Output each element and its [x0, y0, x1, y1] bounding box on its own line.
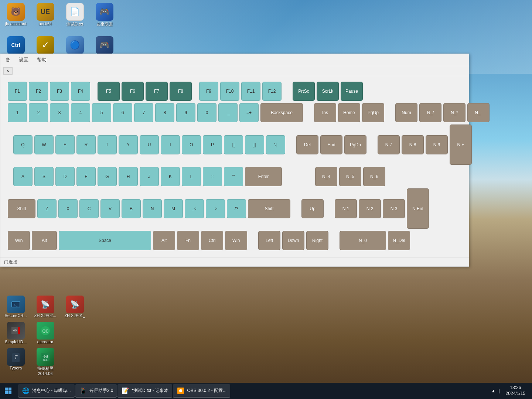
key-end[interactable]: End: [320, 135, 342, 154]
key-y[interactable]: Y: [119, 135, 138, 154]
key-f11[interactable]: F11: [241, 82, 260, 101]
key-shift-right[interactable]: Shift: [248, 199, 290, 218]
key-n7[interactable]: N 7: [378, 135, 400, 154]
desktop-icon-simple[interactable]: HD SimpleHD...: [2, 321, 30, 345]
key-6[interactable]: 6: [113, 103, 132, 122]
desktop-icon-circle[interactable]: 🔵: [61, 35, 89, 56]
key-semicolon[interactable]: ;:: [203, 167, 222, 186]
key-n1[interactable]: N 1: [335, 199, 357, 218]
key-z[interactable]: Z: [37, 199, 57, 218]
key-n-minus[interactable]: N_-: [467, 103, 490, 122]
key-n0[interactable]: N_0: [340, 231, 386, 250]
key-p[interactable]: P: [203, 135, 222, 154]
key-l[interactable]: L: [182, 167, 201, 186]
key-backspace[interactable]: Backspace: [260, 103, 303, 122]
desktop-icon-youzuo[interactable]: 🎮 友坐联盟: [91, 2, 118, 28]
key-comma[interactable]: ,<: [185, 199, 204, 218]
key-f12[interactable]: F12: [262, 82, 282, 101]
key-backslash[interactable]: \|: [266, 135, 285, 154]
key-up[interactable]: Up: [301, 199, 324, 218]
key-d[interactable]: D: [55, 167, 75, 186]
key-shift-left[interactable]: Shift: [8, 199, 35, 218]
key-n6[interactable]: N_6: [363, 167, 385, 186]
desktop-icon-jlc[interactable]: 🐻 jlc-assistant: [2, 2, 30, 28]
key-b[interactable]: B: [122, 199, 141, 218]
key-e[interactable]: E: [55, 135, 75, 154]
key-down[interactable]: Down: [282, 231, 304, 250]
desktop-icon-securecrt[interactable]: >_ SecureCR...: [2, 294, 30, 319]
key-scrlk[interactable]: ScrLk: [317, 82, 339, 101]
key-1[interactable]: 1: [8, 103, 27, 122]
key-prtsc[interactable]: PrtSc: [293, 82, 315, 101]
key-n4[interactable]: N_4: [315, 167, 337, 186]
key-f5[interactable]: F5: [98, 82, 120, 101]
key-space[interactable]: Space: [59, 231, 151, 250]
desktop-icon-testd[interactable]: 📄 测试D.txt: [61, 2, 89, 28]
key-bracket-right[interactable]: ]]: [245, 135, 264, 154]
key-left[interactable]: Left: [258, 231, 280, 250]
taskbar-item-suiping[interactable]: 📱 碎屏助手2.0: [75, 384, 117, 398]
key-f4[interactable]: F4: [71, 82, 90, 101]
key-2[interactable]: 2: [29, 103, 48, 122]
key-alt-left[interactable]: Alt: [32, 231, 57, 250]
key-c[interactable]: C: [79, 199, 99, 218]
key-f2[interactable]: F2: [29, 82, 48, 101]
key-n-star[interactable]: N_*: [443, 103, 466, 122]
menu-item-help[interactable]: 帮助: [35, 56, 48, 64]
key-n3[interactable]: N 3: [383, 199, 405, 218]
key-n[interactable]: N: [143, 199, 162, 218]
key-enter[interactable]: Enter: [245, 167, 282, 186]
menu-item-settings[interactable]: 设置: [17, 56, 30, 64]
taskbar-item-obs[interactable]: ⏺️ OBS 30.0.2 - 配置...: [173, 384, 230, 398]
key-f6[interactable]: F6: [122, 82, 144, 101]
key-s[interactable]: S: [34, 167, 54, 186]
key-w[interactable]: W: [34, 135, 54, 154]
key-i[interactable]: I: [161, 135, 180, 154]
desktop-icon-game2[interactable]: 🎮: [91, 35, 118, 56]
key-f9[interactable]: F9: [199, 82, 218, 101]
key-del[interactable]: Del: [296, 135, 318, 154]
key-r[interactable]: R: [76, 135, 96, 154]
tray-show-hidden[interactable]: ▲: [491, 388, 496, 393]
key-quote[interactable]: '": [224, 167, 243, 186]
key-fn[interactable]: Fn: [177, 231, 199, 250]
key-win-right[interactable]: Win: [225, 231, 247, 250]
desktop-icon-anjing[interactable]: 按键精灵 按键精灵2014.06: [31, 347, 59, 377]
key-n8[interactable]: N 8: [402, 135, 424, 154]
taskbar-clock[interactable]: 13:26 2024/1/15: [503, 385, 528, 396]
key-0[interactable]: 0: [197, 103, 216, 122]
taskbar-start-button[interactable]: [0, 383, 16, 399]
key-7[interactable]: 7: [134, 103, 153, 122]
key-v[interactable]: V: [100, 199, 120, 218]
key-f3[interactable]: F3: [50, 82, 69, 101]
key-home[interactable]: Home: [338, 103, 360, 122]
key-alt-right[interactable]: Alt: [153, 231, 175, 250]
key-bracket-left[interactable]: [[: [224, 135, 243, 154]
key-t[interactable]: T: [98, 135, 117, 154]
key-n5[interactable]: N_5: [339, 167, 361, 186]
key-n-enter[interactable]: N Ent: [407, 188, 429, 229]
key-5[interactable]: 5: [92, 103, 111, 122]
desktop-icon-check[interactable]: ✓: [31, 35, 59, 56]
key-ins[interactable]: Ins: [314, 103, 336, 122]
key-equals[interactable]: =+: [239, 103, 259, 122]
key-f[interactable]: F: [76, 167, 96, 186]
key-o[interactable]: O: [182, 135, 201, 154]
key-f8[interactable]: F8: [170, 82, 192, 101]
key-j[interactable]: J: [140, 167, 159, 186]
key-a[interactable]: A: [13, 167, 33, 186]
desktop-icon-qtcreator[interactable]: QC qtcreator: [31, 321, 59, 345]
desktop-icon-zh-xjp02[interactable]: 📡 ZH XJP02...: [31, 294, 59, 319]
key-9[interactable]: 9: [176, 103, 195, 122]
key-4[interactable]: 4: [71, 103, 90, 122]
key-n2[interactable]: N 2: [359, 199, 381, 218]
key-f10[interactable]: F10: [220, 82, 239, 101]
key-n-plus[interactable]: N +: [450, 125, 472, 165]
key-h[interactable]: H: [119, 167, 138, 186]
key-win-left[interactable]: Win: [8, 231, 30, 250]
key-n9[interactable]: N 9: [426, 135, 448, 154]
desktop-icon-uecit64[interactable]: UE uecit64: [31, 2, 59, 28]
key-k[interactable]: K: [161, 167, 180, 186]
desktop-icon-ctrl[interactable]: Ctrl: [2, 35, 30, 56]
key-3[interactable]: 3: [50, 103, 69, 122]
